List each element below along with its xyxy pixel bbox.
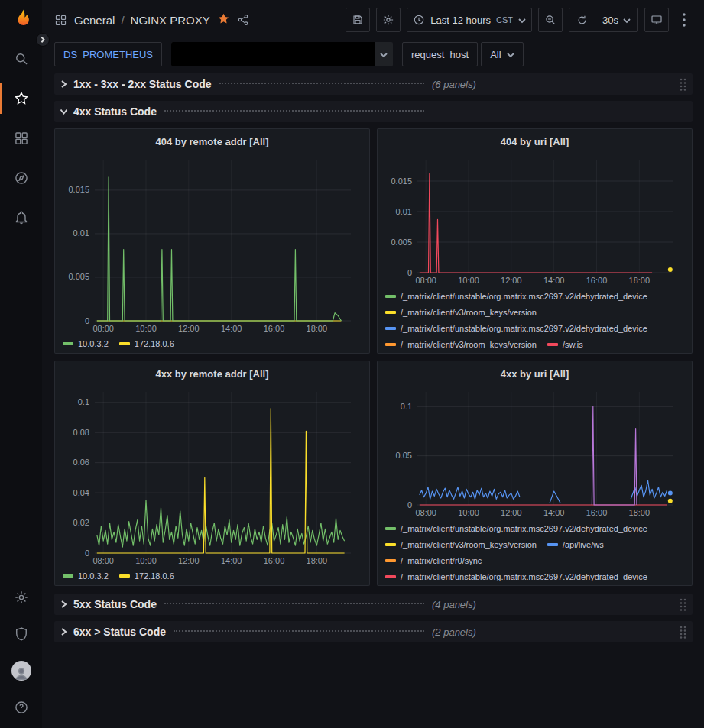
legend-series-label: /_matrix/client/unstable/org.matrix.msc2…: [401, 324, 647, 333]
legend-series-marker: [547, 343, 558, 346]
row-1xx-3xx-2xx[interactable]: 1xx - 3xx - 2xx Status Code (6 panels): [54, 73, 693, 95]
panel-title[interactable]: 4xx by remote addr [All]: [63, 364, 362, 384]
request-host-select[interactable]: All: [481, 42, 523, 66]
svg-text:0.06: 0.06: [73, 458, 89, 467]
svg-text:0.02: 0.02: [73, 518, 89, 527]
legend-item[interactable]: /_matrix/client/r0/sync: [385, 556, 482, 565]
legend-item[interactable]: /_matrix/client/unstable/org.matrix.msc2…: [385, 524, 647, 533]
panel-title[interactable]: 404 by remote addr [All]: [63, 132, 362, 152]
row-4xx[interactable]: 4xx Status Code: [54, 101, 693, 122]
sidebar-item-profile[interactable]: [0, 661, 42, 681]
datasource-variable-label[interactable]: DS_PROMETHEUS: [54, 42, 162, 66]
legend-item[interactable]: /_matrix/client/v3/room_keys/version: [385, 540, 537, 549]
time-series-chart[interactable]: 08:0010:0012:0014:0016:0018:0000.020.040…: [63, 384, 362, 567]
time-series-chart[interactable]: 08:0010:0012:0014:0016:0018:0000.050.1: [385, 384, 684, 519]
time-series-chart[interactable]: 08:0010:0012:0014:0016:0018:0000.0050.01…: [385, 152, 684, 286]
sidebar-item-alerting[interactable]: [0, 208, 42, 228]
legend-series-marker: [385, 527, 396, 530]
tv-mode-button[interactable]: [644, 8, 669, 32]
refresh-interval-select[interactable]: 30s: [595, 8, 637, 31]
panel-4xx-by-remote-addr: 4xx by remote addr [All] 08:0010:0012:00…: [54, 361, 370, 586]
legend-item[interactable]: /_matrix/client/unstable/org.matrix.msc2…: [385, 572, 647, 581]
svg-text:0.1: 0.1: [401, 402, 412, 411]
row-title: 5xx Status Code: [73, 598, 157, 610]
share-icon[interactable]: [237, 14, 249, 26]
legend-series-label: 10.0.3.2: [78, 339, 109, 348]
panel-legend: 10.0.3.2172.18.0.6: [63, 335, 362, 348]
panel-title[interactable]: 4xx by uri [All]: [385, 364, 684, 384]
legend-item[interactable]: 10.0.3.2: [63, 571, 109, 581]
svg-text:0.005: 0.005: [391, 237, 412, 246]
refresh-icon: [576, 15, 588, 26]
legend-item[interactable]: /api/live/ws: [547, 540, 604, 549]
sidebar-item-explore[interactable]: [0, 168, 42, 188]
legend-item[interactable]: /_matrix/client/unstable/org.matrix.msc2…: [385, 292, 647, 301]
sidebar: [0, 0, 42, 728]
request-host-value: All: [490, 49, 501, 60]
row-panel-count: (6 panels): [432, 79, 476, 90]
svg-text:12:00: 12:00: [178, 324, 200, 333]
request-host-label[interactable]: request_host: [402, 42, 478, 66]
time-series-chart[interactable]: 08:0010:0012:0014:0016:0018:0000.0050.01…: [63, 152, 362, 335]
row-5xx[interactable]: 5xx Status Code (4 panels): [54, 594, 693, 615]
datasource-variable-select[interactable]: [171, 42, 393, 66]
breadcrumb-folder[interactable]: General: [74, 14, 115, 27]
legend-item[interactable]: 172.18.0.6: [119, 339, 174, 348]
sidebar-item-starred[interactable]: [0, 89, 42, 108]
row-6xx[interactable]: 6xx > Status Code (2 panels): [54, 621, 693, 642]
breadcrumb-separator: /: [121, 14, 124, 27]
row-dotted-leader: [164, 603, 424, 604]
legend-series-marker: [119, 342, 130, 345]
gear-icon: [14, 590, 29, 605]
grafana-logo[interactable]: [9, 8, 34, 32]
legend-item[interactable]: /sw.js: [547, 340, 583, 348]
time-range-label: Last 12 hours: [430, 15, 491, 26]
favorite-star-button[interactable]: [217, 12, 230, 28]
save-icon: [352, 14, 364, 26]
svg-text:14:00: 14:00: [221, 324, 242, 333]
svg-text:08:00: 08:00: [415, 508, 436, 517]
svg-text:14:00: 14:00: [221, 556, 242, 565]
refresh-controls: 30s: [569, 8, 638, 32]
svg-text:0: 0: [85, 548, 89, 557]
sidebar-item-configuration[interactable]: [0, 587, 42, 607]
legend-item[interactable]: /_matrix/client/v3/room_keys/version: [385, 308, 537, 317]
save-dashboard-button[interactable]: [346, 8, 370, 32]
sidebar-item-help[interactable]: [0, 697, 42, 717]
row-drag-handle[interactable]: [679, 625, 688, 639]
dashboard-settings-button[interactable]: [376, 8, 401, 32]
svg-text:10:00: 10:00: [135, 556, 157, 565]
legend-series-marker: [547, 543, 558, 546]
panel-title[interactable]: 404 by uri [All]: [385, 132, 684, 152]
row-dotted-leader: [164, 110, 424, 112]
dashboard-title[interactable]: NGINX PROXY: [131, 14, 210, 27]
svg-text:0: 0: [407, 267, 412, 277]
chart-area[interactable]: 08:0010:0012:0014:0016:0018:0000.050.1: [385, 384, 684, 519]
row-dotted-leader: [174, 630, 424, 632]
legend-item[interactable]: 10.0.3.2: [63, 339, 109, 348]
caret-down-icon: [623, 15, 631, 26]
chart-area[interactable]: 08:0010:0012:0014:0016:0018:0000.0050.01…: [63, 152, 362, 335]
chart-area[interactable]: 08:0010:0012:0014:0016:0018:0000.020.040…: [63, 384, 362, 567]
time-range-picker[interactable]: Last 12 hours CST: [407, 8, 532, 32]
more-options-button[interactable]: [675, 8, 693, 32]
svg-text:18:00: 18:00: [629, 508, 650, 517]
legend-item[interactable]: 172.18.0.6: [119, 571, 174, 581]
row-drag-handle[interactable]: [679, 77, 688, 91]
sidebar-expand-button[interactable]: [36, 33, 50, 47]
legend-item[interactable]: /_matrix/client/unstable/org.matrix.msc2…: [385, 324, 647, 333]
legend-item[interactable]: /_matrix/client/v3/room_keys/version: [385, 340, 537, 348]
zoom-out-time-button[interactable]: [538, 8, 563, 32]
chevron-right-icon: [40, 37, 46, 43]
row-drag-handle[interactable]: [679, 597, 688, 611]
sidebar-bottom-items: [0, 587, 42, 720]
sidebar-item-search[interactable]: [0, 49, 42, 69]
sidebar-item-server-admin[interactable]: [0, 624, 42, 644]
sidebar-item-dashboards[interactable]: [0, 128, 42, 148]
chart-area[interactable]: 08:0010:0012:0014:0016:0018:0000.0050.01…: [385, 152, 684, 287]
svg-text:16:00: 16:00: [264, 556, 285, 565]
refresh-dashboard-button[interactable]: [569, 8, 595, 31]
svg-text:0.01: 0.01: [73, 228, 89, 238]
chevron-right-icon: [60, 628, 67, 636]
user-avatar: [11, 661, 31, 681]
